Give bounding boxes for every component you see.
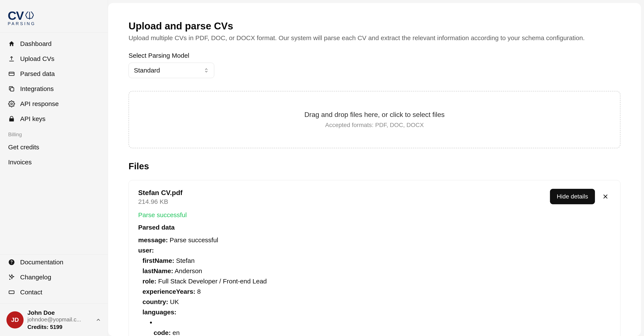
user-credits: Credits: 5199 (28, 324, 92, 330)
copy-icon (8, 85, 15, 92)
parsed-value: Anderson (174, 267, 202, 274)
parsed-key: code: (154, 329, 171, 336)
user-info: John Doe johndoe@yopmail.c... Credits: 5… (28, 309, 92, 330)
parsed-key: languages: (142, 308, 176, 316)
hide-details-button[interactable]: Hide details (550, 189, 595, 204)
logo-area: CV PARSING (0, 0, 108, 32)
billing-section-label: Billing (0, 126, 108, 140)
parsed-key: role: (142, 278, 156, 285)
help-icon (8, 259, 15, 266)
sidebar-item-label: API keys (20, 115, 46, 122)
parsed-value: Full Stack Developer / Front-end Lead (158, 278, 267, 285)
logo-subtitle: PARSING (8, 21, 100, 26)
sidebar-item-changelog[interactable]: Changelog (0, 270, 108, 285)
model-select-label: Select Parsing Model (128, 52, 620, 59)
sidebar-item-api-keys[interactable]: API keys (0, 111, 108, 126)
dropzone-text: Drag and drop files here, or click to se… (138, 111, 612, 119)
sidebar-item-label: Parsed data (20, 70, 55, 77)
chevrons-up-down-icon (204, 68, 209, 73)
sidebar-item-label: API response (20, 100, 59, 107)
parsed-key: lastName: (142, 267, 173, 274)
sidebar-item-documentation[interactable]: Documentation (0, 255, 108, 270)
ticket-icon (8, 289, 15, 296)
sidebar-item-label: Get credits (8, 143, 39, 151)
parsed-key: message: (138, 236, 168, 244)
brain-icon (24, 11, 35, 21)
parsed-value: en (172, 329, 180, 336)
sidebar-item-upload[interactable]: Upload CVs (0, 51, 108, 66)
chevron-up-icon (95, 317, 101, 323)
parsed-key: experienceYears: (142, 288, 196, 295)
model-select[interactable]: Standard (128, 63, 214, 78)
sidebar-item-get-credits[interactable]: Get credits (0, 140, 108, 155)
sidebar-item-dashboard[interactable]: Dashboard (0, 36, 108, 51)
parsed-data-heading: Parsed data (138, 224, 611, 231)
file-card: Stefan CV.pdf 214.96 KB Hide details Par… (128, 180, 620, 336)
sidebar-item-api-response[interactable]: API response (0, 96, 108, 111)
sidebar-item-label: Invoices (8, 158, 32, 166)
file-name: Stefan CV.pdf (138, 189, 182, 197)
parsed-value: Stefan (176, 257, 195, 264)
remove-file-button[interactable] (600, 191, 611, 202)
sidebar: CV PARSING Dashboard Upload CVs Parsed d… (0, 0, 108, 336)
user-menu[interactable]: JD John Doe johndoe@yopmail.c... Credits… (0, 304, 108, 336)
sidebar-item-label: Dashboard (20, 40, 52, 47)
sidebar-item-invoices[interactable]: Invoices (0, 155, 108, 170)
svg-point-2 (11, 103, 12, 105)
files-heading: Files (128, 161, 620, 172)
sidebar-item-label: Documentation (20, 259, 64, 266)
page-title: Upload and parse CVs (128, 20, 620, 32)
sidebar-item-label: Upload CVs (20, 55, 54, 62)
parsed-value: 8 (197, 288, 201, 295)
parsed-value: Parse successful (170, 236, 218, 244)
sidebar-item-contact[interactable]: Contact (0, 285, 108, 300)
primary-nav: Dashboard Upload CVs Parsed data Integra… (0, 32, 108, 304)
avatar: JD (6, 311, 24, 328)
parse-status: Parse successful (138, 211, 611, 219)
user-name: John Doe (28, 309, 92, 316)
sidebar-item-integrations[interactable]: Integrations (0, 81, 108, 96)
svg-rect-0 (9, 72, 14, 76)
model-select-value: Standard (134, 67, 160, 74)
sidebar-item-label: Integrations (20, 85, 54, 92)
home-icon (8, 40, 15, 47)
gear-icon (8, 100, 15, 107)
parsed-value: UK (170, 298, 179, 305)
bottom-nav: Documentation Changelog Contact (0, 254, 108, 300)
lock-icon (8, 115, 15, 122)
card-icon (8, 70, 15, 77)
dropzone-subtext: Accepted formats: PDF, DOC, DOCX (138, 122, 612, 128)
sidebar-item-label: Contact (20, 289, 42, 296)
parsed-key: firstName: (142, 257, 174, 264)
parsed-key: country: (142, 298, 168, 305)
sidebar-item-parsed-data[interactable]: Parsed data (0, 66, 108, 81)
parsed-key: user: (138, 247, 154, 254)
file-size: 214.96 KB (138, 198, 182, 205)
sparkle-icon (8, 274, 15, 281)
page-description: Upload multiple CVs in PDF, DOC, or DOCX… (128, 34, 620, 42)
close-icon (602, 193, 609, 200)
file-dropzone[interactable]: Drag and drop files here, or click to se… (128, 91, 620, 148)
main-content: Upload and parse CVs Upload multiple CVs… (108, 3, 641, 336)
parsed-data-tree: message: Parse successful user: firstNam… (138, 235, 611, 336)
user-email: johndoe@yopmail.c... (28, 316, 92, 323)
sidebar-item-label: Changelog (20, 274, 51, 281)
list-item (155, 317, 611, 328)
upload-icon (8, 55, 15, 62)
svg-rect-1 (10, 88, 14, 91)
logo-text: CV (8, 9, 24, 23)
logo[interactable]: CV (8, 9, 100, 23)
